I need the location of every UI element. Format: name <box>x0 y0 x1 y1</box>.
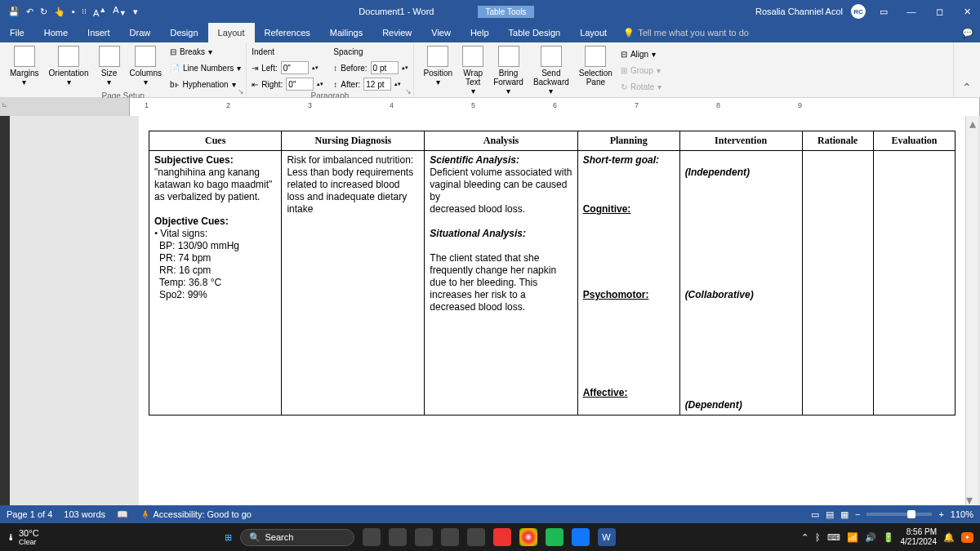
tray-chevron-icon[interactable]: ⌃ <box>801 532 808 543</box>
tab-help[interactable]: Help <box>461 23 499 42</box>
zoom-out-icon[interactable]: − <box>855 509 860 519</box>
cell-cues[interactable]: Subjective Cues: "nanghihina ang kanang … <box>149 151 282 415</box>
th-analysis[interactable]: Analysis <box>425 131 577 151</box>
taskbar-spotify[interactable] <box>546 528 564 546</box>
ribbon-options-icon[interactable]: ▭ <box>874 7 893 17</box>
spacing-before-input[interactable] <box>371 61 399 74</box>
tab-insert[interactable]: Insert <box>78 23 120 42</box>
wrap-text-button[interactable]: WrapText ▾ <box>457 44 488 97</box>
cell-diagnosis[interactable]: Risk for imbalanced nutrition: Less than… <box>282 151 425 415</box>
th-cues[interactable]: Cues <box>149 131 282 151</box>
cell-analysis[interactable]: Scientific Analysis: Deficient volume as… <box>425 151 577 415</box>
tray-volume-icon[interactable]: 🔊 <box>865 532 876 543</box>
minimize-button[interactable]: — <box>902 7 921 16</box>
page-setup-launcher[interactable]: ↘ <box>238 87 244 96</box>
cell-intervention[interactable]: (Independent) (Collaborative) (Dependent… <box>679 151 802 415</box>
redo-icon[interactable]: ↻ <box>40 7 47 17</box>
comments-icon[interactable]: 💬 <box>962 28 973 38</box>
copilot-icon[interactable]: ✦ <box>961 532 973 543</box>
tab-review[interactable]: Review <box>372 23 421 42</box>
notifications-icon[interactable]: 🔔 <box>943 532 955 543</box>
read-mode-icon[interactable]: ▭ <box>811 509 819 520</box>
tab-table-layout[interactable]: Layout <box>570 23 617 42</box>
web-layout-icon[interactable]: ▦ <box>840 509 849 520</box>
undo-icon[interactable]: ↶ <box>26 7 33 17</box>
taskbar-app-3[interactable] <box>415 528 433 546</box>
save-icon[interactable]: 💾 <box>8 7 20 17</box>
taskbar-app-6[interactable] <box>493 528 511 546</box>
spacing-after-spinner[interactable]: ▴▾ <box>394 81 401 87</box>
breaks-button[interactable]: ⊟ Breaks ▾ <box>170 44 241 59</box>
size-button[interactable]: Size▾ <box>94 44 125 91</box>
th-evaluation[interactable]: Evaluation <box>874 131 956 151</box>
line-numbers-button[interactable]: 📄 Line Numbers ▾ <box>170 60 241 75</box>
tab-layout[interactable]: Layout <box>208 23 255 42</box>
selection-pane-button[interactable]: SelectionPane <box>574 44 617 97</box>
font-size-inc-icon[interactable]: A▲ <box>93 6 106 18</box>
tell-me-search[interactable]: 💡 Tell me what you want to do <box>623 28 749 38</box>
tab-file[interactable]: File <box>0 23 34 42</box>
zoom-in-icon[interactable]: + <box>938 509 943 519</box>
taskbar-app-1[interactable] <box>363 528 381 546</box>
th-intervention[interactable]: Intervention <box>679 131 802 151</box>
qat-more-icon[interactable]: ⁝⁝ <box>82 7 87 16</box>
position-button[interactable]: Position▾ <box>419 44 458 97</box>
zoom-level[interactable]: 110% <box>951 509 973 519</box>
taskbar-clock[interactable]: 8:56 PM 4/21/2024 <box>901 527 938 547</box>
spell-check-icon[interactable]: 📖 <box>117 509 128 520</box>
tray-keyboard-icon[interactable]: ⌨ <box>827 532 840 543</box>
th-diagnosis[interactable]: Nursing Diagnosis <box>282 131 425 151</box>
tab-table-design[interactable]: Table Design <box>499 23 571 42</box>
indent-left-spinner[interactable]: ▴▾ <box>312 64 318 71</box>
send-backward-button[interactable]: SendBackward ▾ <box>528 44 574 97</box>
maximize-button[interactable]: ◻ <box>929 7 949 17</box>
tab-mailings[interactable]: Mailings <box>320 23 372 42</box>
touch-mode-icon[interactable]: 👆 <box>54 7 65 17</box>
tab-references[interactable]: References <box>255 23 320 42</box>
bring-forward-button[interactable]: BringForward ▾ <box>488 44 528 97</box>
page-count[interactable]: Page 1 of 4 <box>7 509 52 519</box>
zoom-slider[interactable] <box>866 513 932 516</box>
tray-wifi-icon[interactable]: 📶 <box>847 532 858 543</box>
columns-button[interactable]: Columns▾ <box>125 44 167 91</box>
margins-button[interactable]: Margins▾ <box>5 44 44 91</box>
avatar[interactable]: RC <box>851 4 866 19</box>
align-button[interactable]: ⊟ Align ▾ <box>621 47 662 62</box>
indent-right-spinner[interactable]: ▴▾ <box>317 81 323 87</box>
taskbar-app-4[interactable] <box>441 528 459 546</box>
paragraph-launcher[interactable]: ↘ <box>405 87 412 96</box>
print-layout-icon[interactable]: ▤ <box>826 509 834 520</box>
close-button[interactable]: ✕ <box>957 7 977 17</box>
taskbar-chrome[interactable] <box>519 528 537 546</box>
collapse-ribbon-icon[interactable]: ⌃ <box>954 78 980 97</box>
indent-left-input[interactable] <box>281 61 309 74</box>
spacing-after-input[interactable] <box>363 78 391 91</box>
tab-draw[interactable]: Draw <box>120 23 161 42</box>
tab-design[interactable]: Design <box>160 23 207 42</box>
word-count[interactable]: 103 words <box>64 509 105 519</box>
horizontal-ruler[interactable] <box>129 98 980 116</box>
start-button[interactable]: ⊞ <box>225 532 232 543</box>
spacing-before-spinner[interactable]: ▴▾ <box>402 64 408 71</box>
accessibility-status[interactable]: 🧍 Accessibility: Good to go <box>140 509 252 520</box>
document-page[interactable]: Cues Nursing Diagnosis Analysis Planning… <box>139 116 965 505</box>
th-rationale[interactable]: Rationale <box>802 131 873 151</box>
th-planning[interactable]: Planning <box>577 131 679 151</box>
vertical-scrollbar[interactable]: ▴ ▾ <box>965 116 978 505</box>
cell-planning[interactable]: Short-term goal: Cognitive: Psychomotor:… <box>577 151 679 415</box>
taskbar-app-2[interactable] <box>389 528 407 546</box>
orientation-button[interactable]: Orientation▾ <box>44 44 94 91</box>
tab-home[interactable]: Home <box>34 23 78 42</box>
taskbar-app-5[interactable] <box>467 528 485 546</box>
tray-bluetooth-icon[interactable]: ᛒ <box>815 532 821 542</box>
taskbar-app-7[interactable] <box>572 528 590 546</box>
tab-view[interactable]: View <box>421 23 461 42</box>
taskbar-search[interactable]: 🔍 Search <box>240 529 354 546</box>
group-button[interactable]: ⊞ Group ▾ <box>621 64 662 78</box>
rotate-button[interactable]: ↻ Rotate ▾ <box>621 80 662 95</box>
font-size-dec-icon[interactable]: A▼ <box>113 5 126 17</box>
hyphenation-button[interactable]: bⱶ Hyphenation ▾ <box>170 77 241 91</box>
taskbar-weather[interactable]: 🌡 30°C Clear <box>7 528 39 546</box>
cell-rationale[interactable] <box>802 151 873 415</box>
cell-evaluation[interactable] <box>874 151 956 415</box>
